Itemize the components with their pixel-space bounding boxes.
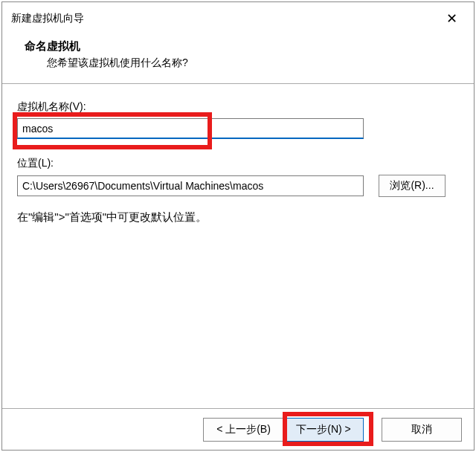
browse-button[interactable]: 浏览(R)...	[379, 175, 446, 197]
vm-name-label: 虚拟机名称(V):	[17, 100, 459, 114]
dialog-title: 新建虚拟机向导	[11, 12, 84, 25]
wizard-header: 命名虚拟机 您希望该虚拟机使用什么名称?	[2, 35, 474, 84]
close-icon[interactable]: ✕	[439, 7, 465, 30]
wizard-step-desc: 您希望该虚拟机使用什么名称?	[47, 56, 465, 70]
wizard-footer: < 上一步(B) 下一步(N) > 取消	[2, 408, 474, 450]
wizard-content: 虚拟机名称(V): 位置(L): 浏览(R)... 在"编辑">"首选项"中可更…	[2, 84, 474, 408]
back-button[interactable]: < 上一步(B)	[203, 418, 283, 442]
wizard-step-title: 命名虚拟机	[25, 39, 465, 54]
titlebar: 新建虚拟机向导 ✕	[2, 2, 474, 35]
vm-location-input[interactable]	[17, 175, 364, 196]
vm-name-input[interactable]	[17, 118, 364, 139]
new-vm-wizard-dialog: 新建虚拟机向导 ✕ 命名虚拟机 您希望该虚拟机使用什么名称? 虚拟机名称(V):…	[1, 1, 475, 451]
vm-location-label: 位置(L):	[17, 157, 459, 170]
cancel-button[interactable]: 取消	[382, 418, 462, 442]
next-button[interactable]: 下一步(N) >	[283, 418, 364, 442]
location-hint: 在"编辑">"首选项"中可更改默认位置。	[17, 210, 459, 225]
